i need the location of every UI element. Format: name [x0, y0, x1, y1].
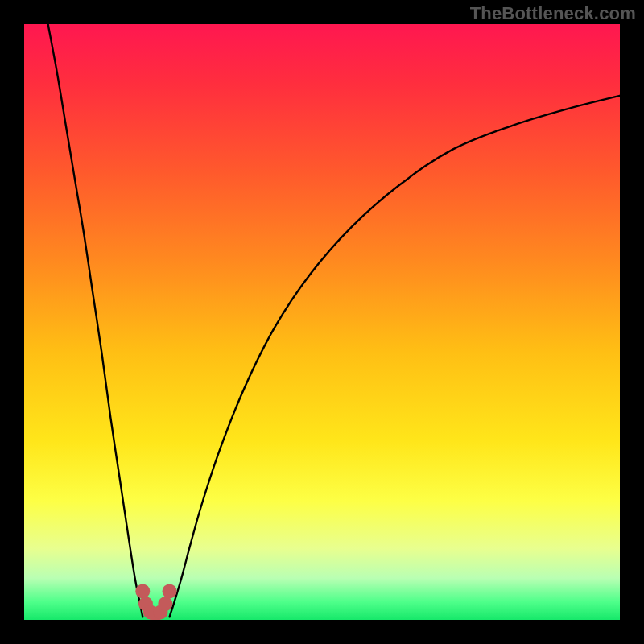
watermark-text: TheBottleneck.com: [470, 3, 636, 24]
bottleneck-chart: [24, 24, 620, 620]
chart-plot-area: [24, 24, 620, 620]
u-marker-dot: [135, 584, 150, 598]
u-marker-dot: [163, 584, 177, 598]
chart-stage: TheBottleneck.com: [0, 0, 644, 644]
u-marker-dot: [158, 597, 172, 611]
